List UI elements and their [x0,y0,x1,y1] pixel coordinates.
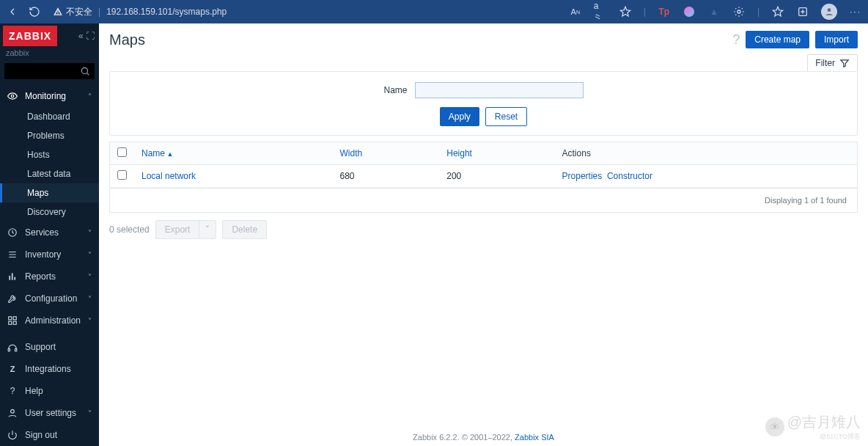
create-map-button[interactable]: Create map [746,31,809,48]
filter-toggle[interactable]: Filter [807,54,858,71]
filter-icon [839,58,850,68]
nav-sign-out-label: Sign out [25,430,57,440]
translate-icon[interactable]: a⺀ [594,5,607,18]
map-height: 200 [439,165,554,188]
row-checkbox[interactable] [117,170,127,180]
sidebar: ZABBIX « ⛶ zabbix Monitoring ˄ Dashboard… [0,23,99,446]
map-name-link[interactable]: Local network [141,171,196,181]
nav-maps[interactable]: Maps [0,183,99,202]
bar-chart-icon [7,271,18,282]
browser-actions: AN a⺀ | Tp ▲ | ··· [569,4,862,20]
export-button: Export [155,220,200,239]
constructor-link[interactable]: Constructor [607,171,652,181]
sidebar-search [4,63,95,79]
svg-rect-14 [15,348,17,351]
power-icon [7,430,18,440]
text-size-icon[interactable]: AN [569,5,582,18]
address-bar[interactable]: 不安全 | 192.168.159.101/sysmaps.php [48,3,562,21]
svg-rect-12 [13,321,16,324]
nav-monitoring[interactable]: Monitoring ˄ [0,85,99,107]
table-row: Local network 680 200 Properties Constru… [110,165,857,188]
maps-table: Name Width Height Actions Local network … [109,142,858,213]
nav-monitoring-label: Monitoring [25,91,66,101]
svg-rect-9 [9,317,12,320]
gear-icon [7,315,18,326]
svg-rect-11 [9,321,12,324]
more-icon[interactable]: ··· [849,5,862,18]
col-height[interactable]: Height [446,148,472,158]
nav-integrations[interactable]: Z Integrations [0,358,99,380]
import-button[interactable]: Import [815,31,858,48]
bulk-actions: 0 selected Export ˅ Delete [99,213,868,246]
refresh-button[interactable] [28,5,41,18]
svg-point-4 [11,95,14,98]
delete-button: Delete [222,220,267,239]
security-warning: 不安全 [53,6,92,18]
nav-reports-label: Reports [25,271,56,282]
main-content: Maps ? Create map Import Filter Name App… [99,23,868,446]
extensions-icon[interactable] [732,5,746,18]
chevron-down-icon: ˅ [88,229,92,237]
footer-text: Zabbix 6.2.2. © 2001–2022, [413,433,515,442]
col-name[interactable]: Name [141,148,173,158]
select-all-checkbox[interactable] [117,147,127,157]
back-button[interactable] [6,5,19,18]
nav-reports[interactable]: Reports ˅ [0,266,99,288]
svg-point-15 [11,409,15,413]
integrations-icon: Z [7,365,18,373]
browser-toolbar: 不安全 | 192.168.159.101/sysmaps.php AN a⺀ … [0,0,868,23]
nav-administration-label: Administration [25,315,81,326]
table-footer: Displaying 1 of 1 found [110,188,857,212]
col-actions: Actions [555,142,857,165]
apply-button[interactable]: Apply [440,107,479,126]
collections-icon[interactable] [796,5,809,18]
logo[interactable]: ZABBIX [3,26,57,46]
page-help-icon[interactable]: ? [732,32,740,48]
nav-support[interactable]: Support [0,336,99,358]
user-icon [7,408,18,418]
nav-support-label: Support [25,342,56,352]
support-icon [7,342,18,352]
nav-latest-data[interactable]: Latest data [0,164,99,183]
filter-panel: Name Apply Reset [109,71,858,136]
map-width: 680 [332,165,439,188]
filter-label: Filter [815,58,835,68]
profile-avatar[interactable] [821,4,837,20]
watermark-icon: 👁 [765,417,784,436]
favorites-bar-icon[interactable] [771,5,784,18]
chevron-down-icon: ˅ [88,251,92,259]
nav-configuration[interactable]: Configuration ˅ [0,288,99,310]
eye-icon [7,91,18,101]
favorite-icon[interactable] [619,5,632,18]
col-width[interactable]: Width [339,148,362,158]
nav-help-label: Help [25,386,43,396]
nav-sign-out[interactable]: Sign out [0,424,99,446]
svg-point-0 [738,10,740,13]
nav-problems[interactable]: Problems [0,126,99,145]
browser-nav-controls [6,5,41,18]
ext-mountain-icon[interactable]: ▲ [707,5,721,18]
nav-user-settings[interactable]: User settings ˅ [0,402,99,424]
watermark-sub: @51CTO博客 [787,432,861,442]
nav-integrations-label: Integrations [25,364,71,374]
nav-dashboard[interactable]: Dashboard [0,107,99,126]
ext-circle-icon[interactable] [683,5,696,18]
chevron-up-icon: ˄ [88,92,92,100]
svg-rect-10 [13,317,16,320]
filter-name-input[interactable] [415,82,584,98]
properties-link[interactable]: Properties [562,171,603,181]
nav-help[interactable]: ? Help [0,380,99,402]
security-label: 不安全 [66,6,92,18]
footer-link[interactable]: Zabbix SIA [515,433,554,442]
reset-button[interactable]: Reset [485,107,527,126]
nav-services[interactable]: Services ˅ [0,222,99,244]
sidebar-collapse[interactable]: « ⛶ [78,31,95,41]
ext-tp-icon[interactable]: Tp [658,5,671,18]
nav-administration[interactable]: Administration ˅ [0,310,99,332]
nav-discovery[interactable]: Discovery [0,202,99,222]
filter-name-label: Name [383,85,407,95]
nav-hosts[interactable]: Hosts [0,145,99,164]
svg-point-3 [81,67,87,73]
search-icon[interactable] [80,66,90,78]
nav-inventory[interactable]: Inventory ˅ [0,244,99,266]
